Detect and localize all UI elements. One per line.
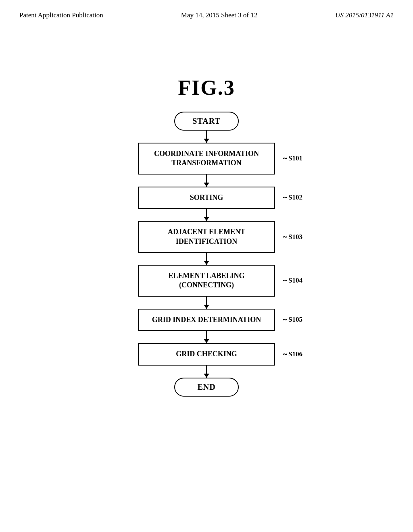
step-s101-box: COORDINATE INFORMATIONTRANSFORMATION ～S1… [138, 143, 275, 175]
arrow-5 [206, 297, 207, 309]
step-s106-row: GRID CHECKING ～S106 [138, 343, 275, 365]
step-s102-box: SORTING ～S102 [138, 187, 275, 209]
end-pill: END [174, 378, 239, 397]
step-s103-box: ADJACENT ELEMENTIDENTIFICATION ～S103 [138, 221, 275, 253]
arrow-3 [206, 209, 207, 221]
start-pill: START [174, 112, 239, 131]
date-sheet-label: May 14, 2015 Sheet 3 of 12 [181, 11, 257, 19]
step-s105-row: GRID INDEX DETERMINATION ～S105 [138, 309, 275, 331]
step-s103-row: ADJACENT ELEMENTIDENTIFICATION ～S103 [138, 221, 275, 253]
step-s101-row: COORDINATE INFORMATIONTRANSFORMATION ～S1… [138, 143, 275, 175]
arrow-7 [206, 366, 207, 378]
patent-number-label: US 2015/0131911 A1 [335, 11, 394, 19]
end-label: END [197, 382, 215, 391]
step-s104-row: ELEMENT LABELING(CONNECTING) ～S104 [138, 265, 275, 297]
arrow-6 [206, 331, 207, 343]
page-header: Patent Application Publication May 14, 2… [0, 0, 413, 19]
flowchart: START COORDINATE INFORMATIONTRANSFORMATI… [0, 112, 413, 397]
step-s103-label: ～S103 [282, 233, 302, 241]
figure-title: FIG.3 [0, 76, 413, 100]
step-s104-box: ELEMENT LABELING(CONNECTING) ～S104 [138, 265, 275, 297]
arrow-4 [206, 253, 207, 265]
arrow-1 [206, 131, 207, 143]
step-s101-label: ～S101 [282, 154, 302, 163]
publication-label: Patent Application Publication [19, 11, 103, 19]
step-s102-label: ～S102 [282, 193, 302, 202]
start-label: START [192, 116, 221, 125]
start-node: START [174, 112, 239, 131]
step-s102-row: SORTING ～S102 [138, 187, 275, 209]
arrow-2 [206, 175, 207, 187]
step-s105-box: GRID INDEX DETERMINATION ～S105 [138, 309, 275, 331]
end-node: END [174, 378, 239, 397]
step-s105-label: ～S105 [282, 315, 302, 324]
step-s106-label: ～S106 [282, 350, 302, 359]
step-s104-label: ～S104 [282, 276, 302, 285]
step-s106-box: GRID CHECKING ～S106 [138, 343, 275, 365]
